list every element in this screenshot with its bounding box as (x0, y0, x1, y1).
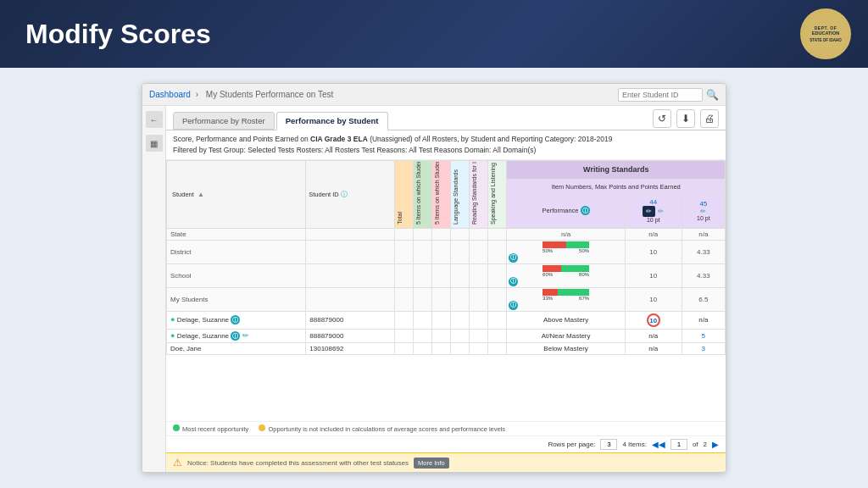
tab-roster[interactable]: Performance by Roster (173, 112, 275, 130)
info-student-id[interactable]: ⓘ (341, 191, 348, 198)
mystudents-col2: 6.5 (682, 287, 725, 311)
scores-table: Student ▲ Student ID ⓘ Total (166, 160, 726, 356)
col-writing-group: Writing Standards (507, 160, 726, 180)
school-col2: 4.33 (682, 263, 725, 287)
student3-id: 130108692 (306, 343, 395, 355)
panel-topbar: Dashboard › My Students Performance on T… (142, 84, 726, 106)
student2-col2: 5 (682, 329, 725, 343)
score-info: Score, Performance and Points Earned on … (166, 130, 726, 160)
district-bars: 50%50% ⓘ (507, 240, 625, 263)
mystudents-col1: 10 (625, 287, 682, 311)
school-info-icon[interactable]: ⓘ (509, 277, 518, 286)
school-col1: 10 (625, 263, 682, 287)
col-total: Total (395, 160, 414, 228)
toolbar: ↺ ⬇ 🖨 (653, 109, 719, 130)
tabs: Performance by Roster Performance by Stu… (173, 112, 388, 130)
warning-icon: ⚠ (173, 457, 182, 469)
student3-col2: 3 (682, 343, 725, 355)
district-col1: 10 (625, 240, 682, 263)
student3-name[interactable]: Doe, Jane (170, 345, 201, 352)
print-button[interactable]: 🖨 (700, 109, 719, 128)
first-page-button[interactable]: ◀◀ (652, 440, 665, 449)
page-title: Modify Scores (25, 19, 211, 50)
school-bars: 60%80% ⓘ (507, 263, 625, 287)
rows-per-page-input[interactable] (600, 439, 617, 450)
state-col1: n/a (625, 228, 682, 240)
next-page-button[interactable]: ▶ (712, 440, 719, 449)
student3-score: n/a (625, 343, 682, 355)
panel-body: ← ▦ Performance by Roster Performance by… (142, 106, 726, 472)
table-row-district: District 50%50% (167, 240, 726, 263)
notice-bar: ⚠ Notice: Students have completed this a… (166, 452, 726, 472)
col-speaking: Speaking and Listening Standards (488, 160, 507, 228)
col-writing-item-numbers: Item Numbers, Max Points and Points Earn… (507, 180, 726, 194)
col-items-worst: 5 Items on which Student Performed the W… (432, 160, 451, 228)
col-student: Student ▲ (167, 160, 306, 228)
mastery3-label: Below Mastery (507, 343, 625, 355)
breadcrumb-dashboard[interactable]: Dashboard (149, 90, 191, 99)
panel-main: Performance by Roster Performance by Stu… (166, 106, 726, 472)
state-perf: n/a (507, 228, 625, 240)
page-header: Modify Scores DEPT. OF EDUCATION STATE O… (0, 0, 868, 68)
score-panel: Dashboard › My Students Performance on T… (142, 83, 726, 473)
col-reading: Reading Standards for Informational Text (470, 160, 488, 228)
table-row-student1: ● Delage, Suzanne ⓘ 888879000 (167, 311, 726, 329)
breadcrumb-current: My Students Performance on Test (206, 90, 333, 99)
green-dot-icon2: ● (170, 331, 175, 340)
student2-pencil-icon[interactable]: ✏ (242, 331, 249, 340)
col-language: Language Standards (451, 160, 470, 228)
student1-info-icon[interactable]: ⓘ (231, 315, 240, 324)
label-district: District (167, 240, 306, 263)
student2-name[interactable]: Delage, Suzanne (177, 332, 229, 340)
download-button[interactable]: ⬇ (676, 109, 695, 128)
mystudents-info-icon[interactable]: ⓘ (509, 301, 518, 310)
student1-col2: n/a (682, 311, 725, 329)
legend: Most recent opportunity Opportunity is n… (166, 421, 726, 435)
logo-inner: DEPT. OF EDUCATION STATE OF IDAHO (803, 11, 849, 57)
item44-edit-icon: ✏ (658, 208, 664, 215)
student-id-search[interactable] (618, 88, 703, 102)
table-wrapper: Student ▲ Student ID ⓘ Total (166, 160, 726, 422)
nav-icon-grid[interactable]: ▦ (146, 135, 163, 152)
logo: DEPT. OF EDUCATION STATE OF IDAHO (800, 8, 851, 59)
mastery2-label: At/Near Mastery (507, 329, 625, 343)
mastery1-label: Above Mastery (507, 311, 625, 329)
pagination-row: Rows per page: 4 Items: ◀◀ of 2 ▶ (166, 435, 726, 452)
table-row-student2: ● Delage, Suzanne ⓘ ✏ 888879000 (167, 329, 726, 343)
perf-info-icon[interactable]: ⓘ (581, 206, 590, 215)
green-legend-dot (173, 424, 180, 431)
student1-id: 888879000 (306, 311, 395, 329)
nav-icon-arrow[interactable]: ← (146, 111, 163, 128)
col-perf: Performance ⓘ (507, 193, 625, 228)
edit-item44-button[interactable]: ✏ (643, 206, 655, 217)
mystudents-bars: 33%67% ⓘ (507, 287, 625, 311)
label-school: School (167, 263, 306, 287)
tab-student[interactable]: Performance by Student (276, 112, 388, 130)
student2-info-icon[interactable]: ⓘ (231, 331, 240, 341)
student1-name[interactable]: Delage, Suzanne (177, 316, 229, 324)
refresh-button[interactable]: ↺ (653, 109, 671, 128)
item45-edit-icon[interactable]: ✏ (700, 208, 706, 215)
breadcrumb: Dashboard › My Students Performance on T… (149, 90, 336, 99)
col-items-best: 5 Items on which Student Performed the B… (414, 160, 432, 228)
student1-circled-score: 10 (625, 311, 682, 329)
green-dot-icon1: ● (170, 315, 175, 324)
current-page-input[interactable] (670, 439, 687, 450)
student2-id: 888879000 (306, 329, 395, 343)
state-col2: n/a (682, 228, 725, 240)
table-row-student3: Doe, Jane 130108692 Below Mastery (167, 343, 726, 355)
yellow-legend-dot (259, 424, 265, 431)
col-item45: 45 ✏ 10 pt (682, 193, 725, 228)
sort-student-icon[interactable]: ▲ (198, 191, 204, 198)
district-col2: 4.33 (682, 240, 725, 263)
circled-score-10: 10 (647, 313, 660, 327)
district-info-icon[interactable]: ⓘ (509, 253, 518, 263)
side-nav: ← ▦ (142, 106, 166, 472)
topbar-right: 🔍 (618, 88, 719, 102)
table-row-state: State n/a n/a n/a (167, 228, 726, 240)
search-button[interactable]: 🔍 (706, 89, 719, 101)
col-student-id: Student ID ⓘ (306, 160, 395, 228)
more-info-button[interactable]: More Info (414, 458, 449, 469)
table-row-mystudents: My Students 33%67% (167, 287, 726, 311)
main-content: Dashboard › My Students Performance on T… (0, 68, 868, 488)
